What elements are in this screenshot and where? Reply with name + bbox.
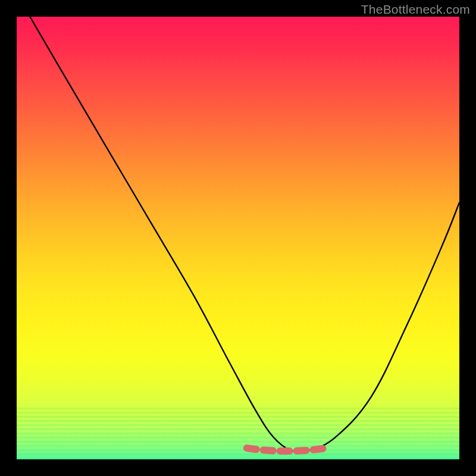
gradient-stripes [17, 406, 459, 459]
watermark-text: TheBottleneck.com [361, 2, 470, 17]
chart-svg [17, 17, 459, 459]
bottleneck-curve [30, 17, 459, 452]
chart-frame: TheBottleneck.com [0, 0, 476, 476]
optimal-range-marker [247, 448, 327, 451]
chart-plot-area [17, 17, 459, 459]
